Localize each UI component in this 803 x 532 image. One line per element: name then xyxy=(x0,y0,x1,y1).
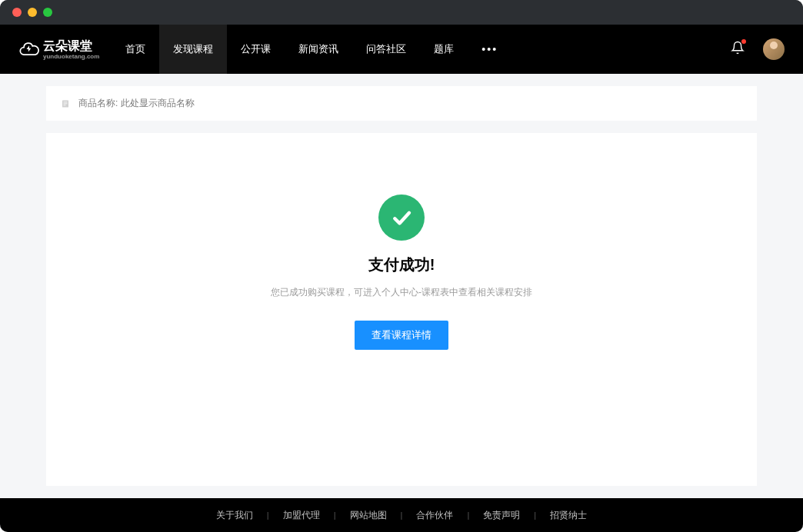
site-logo[interactable]: 云朵课堂 yunduoketang.com xyxy=(18,38,99,60)
nav-open-class[interactable]: 公开课 xyxy=(227,25,285,74)
window-close-dot[interactable] xyxy=(12,8,22,17)
footer-careers[interactable]: 招贤纳士 xyxy=(536,509,601,522)
logo-text: 云朵课堂 xyxy=(43,39,92,52)
footer-sitemap[interactable]: 网站地图 xyxy=(336,509,401,522)
nav-news[interactable]: 新闻资讯 xyxy=(285,25,352,74)
window-maximize-dot[interactable] xyxy=(43,8,52,17)
product-label: 商品名称: xyxy=(78,98,118,108)
success-card: 支付成功! 您已成功购买课程，可进入个人中心-课程表中查看相关课程安排 查看课程… xyxy=(46,133,757,486)
svg-rect-3 xyxy=(64,105,66,105)
svg-rect-2 xyxy=(64,103,68,104)
nav-question-bank[interactable]: 题库 xyxy=(420,25,468,74)
footer-disclaimer[interactable]: 免责声明 xyxy=(469,509,534,522)
nav-discover-courses[interactable]: 发现课程 xyxy=(159,25,227,74)
svg-rect-1 xyxy=(64,101,68,102)
footer-about-us[interactable]: 关于我们 xyxy=(202,509,267,522)
logo-subtitle: yunduoketang.com xyxy=(43,53,99,60)
nav-home[interactable]: 首页 xyxy=(112,25,159,74)
page-footer: 关于我们 | 加盟代理 | 网站地图 | 合作伙伴 | 免责声明 | 招贤纳士 xyxy=(0,498,803,532)
success-description: 您已成功购买课程，可进入个人中心-课程表中查看相关课程安排 xyxy=(271,286,532,299)
document-icon xyxy=(60,98,71,109)
product-name-bar: 商品名称: 此处显示商品名称 xyxy=(46,86,757,121)
view-course-details-button[interactable]: 查看课程详情 xyxy=(355,321,448,350)
success-check-icon xyxy=(378,195,425,241)
success-title: 支付成功! xyxy=(368,254,435,275)
window-titlebar xyxy=(0,0,803,25)
nav-qa-community[interactable]: 问答社区 xyxy=(352,25,420,74)
window-minimize-dot[interactable] xyxy=(28,8,37,17)
top-navigation: 云朵课堂 yunduoketang.com 首页 发现课程 公开课 新闻资讯 问… xyxy=(0,25,803,74)
cloud-logo-icon xyxy=(18,38,40,60)
nav-more-icon[interactable]: ••• xyxy=(468,43,511,55)
product-value: 此处显示商品名称 xyxy=(121,98,195,108)
nav-items-container: 首页 发现课程 公开课 新闻资讯 问答社区 题库 ••• xyxy=(112,25,511,74)
user-avatar[interactable] xyxy=(763,38,785,60)
notifications-button[interactable] xyxy=(731,41,745,58)
footer-franchise[interactable]: 加盟代理 xyxy=(269,509,334,522)
notification-badge xyxy=(741,39,746,44)
footer-partners[interactable]: 合作伙伴 xyxy=(402,509,467,522)
